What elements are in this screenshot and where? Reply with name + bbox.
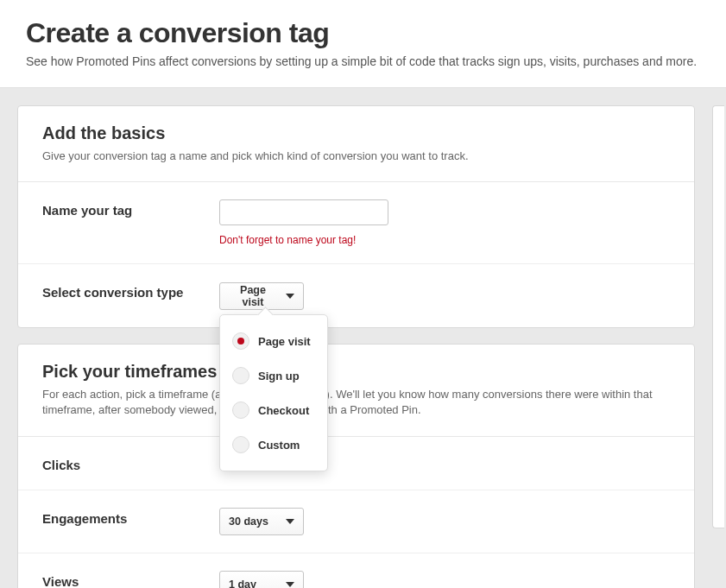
- page-subtitle: See how Promoted Pins affect conversions…: [26, 54, 700, 68]
- tag-name-input[interactable]: [219, 199, 388, 225]
- basics-card-header: Add the basics Give your conversion tag …: [18, 106, 694, 182]
- page-title: Create a conversion tag: [26, 17, 700, 49]
- radio-icon: [232, 367, 249, 384]
- dropdown-option-checkout[interactable]: Checkout: [220, 393, 327, 427]
- views-label: Views: [42, 571, 219, 588]
- conversion-type-select[interactable]: Page visit: [219, 282, 304, 310]
- engagements-value: 30 days: [229, 515, 268, 528]
- timeframes-desc: For each action, pick a timeframe (also …: [42, 387, 670, 418]
- engagements-select[interactable]: 30 days: [219, 508, 304, 535]
- radio-icon: [232, 332, 249, 350]
- content-area: Add the basics Give your conversion tag …: [0, 88, 726, 588]
- dropdown-option-label: Sign up: [258, 370, 300, 383]
- conversion-type-label: Select conversion type: [42, 281, 219, 300]
- conversion-type-row: Select conversion type Page visit Page v…: [18, 264, 694, 327]
- name-row: Name your tag Don't forget to name your …: [18, 182, 694, 264]
- basics-desc: Give your conversion tag a name and pick…: [42, 149, 670, 164]
- dropdown-option-custom[interactable]: Custom: [220, 427, 327, 462]
- radio-icon: [232, 436, 249, 453]
- clicks-row: Clicks: [18, 437, 694, 490]
- caret-down-icon: [286, 294, 294, 299]
- views-value: 1 day: [229, 579, 256, 588]
- timeframes-card: Pick your timeframes For each action, pi…: [17, 344, 695, 588]
- caret-down-icon: [286, 582, 294, 587]
- dropdown-option-label: Page visit: [258, 335, 311, 348]
- dropdown-option-page-visit[interactable]: Page visit: [220, 324, 327, 358]
- radio-icon: [232, 401, 249, 419]
- name-error-text: Don't forget to name your tag!: [219, 234, 670, 246]
- engagements-row: Engagements 30 days: [18, 490, 694, 553]
- conversion-type-dropdown: Page visit Sign up Checkout Custom: [219, 314, 328, 471]
- views-row: Views 1 day: [18, 553, 694, 588]
- basics-title: Add the basics: [42, 123, 670, 143]
- conversion-type-selected-value: Page visit: [229, 284, 277, 308]
- timeframes-title: Pick your timeframes: [42, 362, 670, 382]
- name-label: Name your tag: [42, 199, 219, 218]
- dropdown-option-label: Custom: [258, 439, 300, 452]
- right-panel-edge: [712, 105, 724, 528]
- page-header: Create a conversion tag See how Promoted…: [0, 0, 726, 88]
- dropdown-option-sign-up[interactable]: Sign up: [220, 358, 327, 393]
- engagements-label: Engagements: [42, 508, 219, 526]
- clicks-label: Clicks: [42, 454, 219, 472]
- basics-card: Add the basics Give your conversion tag …: [17, 105, 695, 328]
- dropdown-option-label: Checkout: [258, 404, 309, 417]
- timeframes-card-header: Pick your timeframes For each action, pi…: [18, 345, 694, 436]
- caret-down-icon: [286, 519, 294, 524]
- views-select[interactable]: 1 day: [219, 571, 304, 588]
